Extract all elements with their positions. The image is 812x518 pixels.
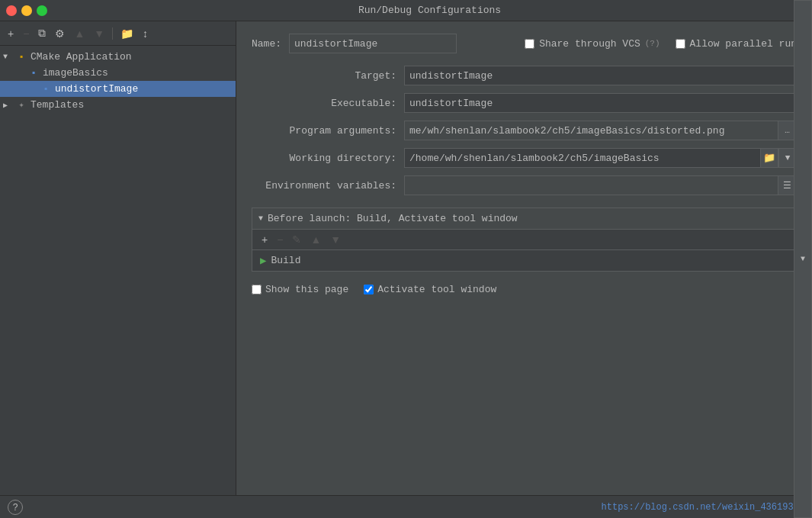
- before-launch-remove-btn[interactable]: −: [274, 233, 286, 246]
- allow-parallel-checkbox[interactable]: [676, 39, 685, 49]
- maximize-button[interactable]: [37, 5, 47, 16]
- title-bar: Run/Debug Configurations: [0, 0, 812, 21]
- allow-parallel-label: Allow parallel run: [690, 38, 797, 50]
- right-panel: Name: Share through VCS (?) Allow parall…: [236, 21, 812, 495]
- show-page-checkbox[interactable]: [252, 285, 262, 294]
- working-dir-input[interactable]: [404, 148, 760, 168]
- close-button[interactable]: [6, 5, 17, 16]
- env-vars-input[interactable]: [404, 175, 778, 195]
- name-label: Name:: [252, 38, 281, 50]
- name-input[interactable]: [289, 34, 457, 53]
- activate-tool-checkbox[interactable]: [364, 285, 374, 294]
- allow-parallel-group: Allow parallel run: [676, 38, 797, 50]
- tree-item-cmake-application[interactable]: ▼ ▪ CMake Application: [0, 49, 236, 65]
- move-config-button[interactable]: 📁: [117, 26, 136, 41]
- tree-item-templates[interactable]: ▶ ✦ Templates: [0, 97, 236, 113]
- add-config-button[interactable]: +: [5, 26, 17, 41]
- build-icon: ▶: [260, 254, 266, 267]
- target-select[interactable]: undistortImage: [404, 66, 797, 85]
- sort-config-button[interactable]: ↕: [140, 26, 151, 41]
- target-row: Target: undistortImage ▼: [252, 66, 797, 85]
- program-args-row: Program arguments: …: [252, 121, 797, 140]
- footer-checkboxes: Show this page Activate tool window: [252, 281, 797, 298]
- target-select-group: undistortImage ▼: [404, 66, 797, 85]
- executable-label: Executable:: [252, 98, 396, 109]
- remove-config-button[interactable]: −: [20, 26, 32, 41]
- executable-dropdown-arrow[interactable]: ▼: [794, 21, 812, 495]
- tree-item-undistortimage[interactable]: ▪ undistortImage: [0, 81, 236, 97]
- down-config-button[interactable]: ▼: [91, 26, 108, 41]
- chevron-down-icon: ▼: [3, 53, 12, 61]
- tree-item-label: imageBasics: [43, 67, 108, 79]
- target-label: Target:: [252, 70, 396, 82]
- before-launch-add-btn[interactable]: +: [258, 233, 271, 246]
- program-args-input[interactable]: [404, 121, 778, 140]
- working-dir-folder-btn[interactable]: 📁: [760, 148, 778, 168]
- cmake-icon: ▪: [15, 52, 27, 63]
- copy-config-button[interactable]: ⧉: [35, 25, 49, 41]
- before-launch-section: ▼ Before launch: Build, Activate tool wi…: [252, 208, 797, 272]
- tree-item-label: undistortImage: [55, 83, 138, 95]
- up-config-button[interactable]: ▲: [71, 26, 88, 41]
- program-args-input-group: …: [404, 121, 797, 140]
- name-row: Name: Share through VCS (?) Allow parall…: [252, 34, 797, 53]
- help-icon: (?): [645, 39, 660, 48]
- env-vars-input-group: ☰: [404, 175, 797, 195]
- bottom-bar: ? https://blog.csdn.net/weixin_43619346: [0, 495, 812, 518]
- toolbar-separator: [112, 27, 113, 40]
- bottom-link[interactable]: https://blog.csdn.net/weixin_43619346: [602, 502, 804, 513]
- executable-select[interactable]: undistortImage: [404, 93, 797, 113]
- config-tree: ▼ ▪ CMake Application ▪ imageBasics ▪ un…: [0, 46, 236, 495]
- before-launch-title: Before launch: Build, Activate tool wind…: [268, 213, 518, 224]
- tree-toolbar: + − ⧉ ⚙ ▲ ▼ 📁 ↕: [0, 21, 236, 46]
- before-launch-edit-btn[interactable]: ✎: [289, 233, 304, 246]
- wrench-icon: ✦: [15, 99, 27, 111]
- activate-tool-label[interactable]: Activate tool window: [364, 284, 496, 295]
- program-args-label: Program arguments:: [252, 125, 396, 137]
- working-dir-input-group: 📁 ▼: [404, 148, 797, 168]
- settings-config-button[interactable]: ⚙: [52, 26, 68, 41]
- before-launch-chevron-icon: ▼: [258, 214, 263, 223]
- left-panel: + − ⧉ ⚙ ▲ ▼ 📁 ↕ ▼ ▪ CMake Application ▪ …: [0, 21, 236, 495]
- help-button[interactable]: ?: [8, 500, 23, 515]
- window-controls[interactable]: [6, 5, 47, 16]
- working-dir-label: Working directory:: [252, 153, 396, 164]
- name-field-group: Name:: [252, 34, 509, 53]
- before-launch-header[interactable]: ▼ Before launch: Build, Activate tool wi…: [252, 208, 796, 230]
- tree-item-label: CMake Application: [30, 51, 132, 63]
- before-launch-up-btn[interactable]: ▲: [307, 233, 324, 246]
- before-launch-down-btn[interactable]: ▼: [327, 233, 344, 246]
- env-vars-row: Environment variables: ☰: [252, 175, 797, 195]
- executable-row: Executable: undistortImage ▼: [252, 93, 797, 113]
- window-title: Run/Debug Configurations: [53, 5, 806, 16]
- main-container: + − ⧉ ⚙ ▲ ▼ 📁 ↕ ▼ ▪ CMake Application ▪ …: [0, 21, 812, 495]
- working-dir-row: Working directory: 📁 ▼: [252, 148, 797, 168]
- before-launch-toolbar: + − ✎ ▲ ▼: [252, 230, 796, 250]
- share-vcs-group: Share through VCS (?): [525, 38, 660, 50]
- executable-select-group: undistortImage ▼: [404, 93, 797, 113]
- tree-item-imagebasics[interactable]: ▪ imageBasics: [0, 65, 236, 81]
- minimize-button[interactable]: [21, 5, 32, 16]
- show-page-label[interactable]: Show this page: [252, 284, 348, 295]
- target-icon: ▪: [40, 84, 52, 95]
- share-vcs-checkbox[interactable]: [525, 39, 534, 49]
- share-vcs-label: Share through VCS: [539, 38, 640, 50]
- env-vars-label: Environment variables:: [252, 180, 396, 191]
- tree-item-label: Templates: [30, 99, 84, 111]
- before-launch-build-item: ▶ Build: [252, 250, 796, 271]
- chevron-right-icon: ▶: [3, 101, 12, 110]
- build-item-label: Build: [271, 255, 300, 266]
- target-icon: ▪: [27, 68, 40, 79]
